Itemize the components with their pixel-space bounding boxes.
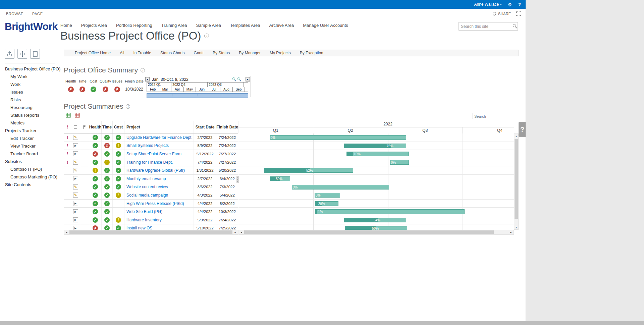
notes-icon[interactable] bbox=[30, 49, 40, 59]
gantt-horizontal-scrollbar[interactable] bbox=[238, 230, 514, 235]
project-link[interactable]: Social media campaign bbox=[126, 193, 168, 198]
flag-cell[interactable] bbox=[80, 142, 89, 150]
sidebar-item[interactable]: Status Reports bbox=[0, 111, 61, 119]
scroll-down-icon[interactable] bbox=[514, 225, 518, 229]
table-row[interactable]: !▶✗✓✓Setup SharePoint Server Farm5/12/20… bbox=[64, 150, 238, 158]
gantt-bar[interactable]: 52% bbox=[264, 168, 353, 173]
gantt-bar[interactable]: 50% bbox=[270, 176, 290, 181]
view-tab[interactable]: Gantt bbox=[194, 51, 204, 55]
view-tab[interactable]: By Status bbox=[213, 51, 230, 55]
view-tab[interactable]: My Projects bbox=[270, 51, 291, 55]
info-icon[interactable] bbox=[126, 104, 130, 109]
sidebar-item[interactable]: Resourcing bbox=[0, 104, 61, 111]
focus-mode-icon[interactable] bbox=[516, 11, 521, 16]
project-link[interactable]: Website content review bbox=[126, 184, 168, 189]
project-link[interactable]: Setup SharePoint Server Farm bbox=[126, 152, 181, 156]
table-row[interactable]: ▶✗✓✓Install new OS5/10/20227/25/2022 bbox=[64, 224, 238, 230]
scrollbar-thumb[interactable] bbox=[69, 230, 232, 234]
summaries-search-input[interactable] bbox=[473, 114, 515, 119]
gantt-bar[interactable]: 54% bbox=[344, 218, 407, 222]
project-link[interactable]: Small Systems Projects bbox=[126, 143, 169, 148]
brightwork-logo[interactable]: BrightWork bbox=[5, 21, 58, 32]
search-icon[interactable] bbox=[513, 24, 517, 29]
flag-cell[interactable] bbox=[80, 166, 89, 174]
help-tab[interactable]: ? bbox=[519, 122, 526, 137]
top-nav-item[interactable]: Templates Area bbox=[230, 23, 260, 28]
gantt-bar[interactable]: 0% bbox=[390, 160, 409, 165]
scrollbar-thumb[interactable] bbox=[244, 230, 494, 234]
table-row[interactable]: ▶✓✓High Wire Press Release (PStd)4/4/202… bbox=[64, 200, 238, 208]
ribbon-tab-page[interactable]: PAGE bbox=[32, 12, 43, 16]
flag-cell[interactable] bbox=[80, 224, 89, 230]
project-link[interactable]: Install new OS bbox=[126, 226, 152, 230]
flag-cell[interactable] bbox=[80, 158, 89, 166]
sidebar-item[interactable]: Metrics bbox=[0, 119, 61, 127]
flag-cell[interactable] bbox=[80, 200, 89, 208]
top-nav-item[interactable]: Projects Area bbox=[81, 23, 107, 28]
sidebar-item[interactable]: Contoso Marketing (PO) bbox=[0, 173, 61, 181]
flag-cell[interactable] bbox=[80, 191, 89, 199]
play-icon[interactable]: ▶ bbox=[73, 217, 78, 222]
project-link[interactable]: Hardware Inventory bbox=[126, 218, 162, 222]
project-link[interactable]: Web Site Build (PG) bbox=[126, 209, 162, 214]
edit-icon[interactable]: ✎ bbox=[73, 168, 78, 173]
project-link[interactable]: High Wire Press Release (PStd) bbox=[126, 201, 184, 206]
table-row[interactable]: !✎✓!✓Training for Finance Dept.7/4/20227… bbox=[64, 158, 238, 167]
gantt-bar[interactable]: 29% bbox=[315, 201, 338, 206]
suite-help-icon[interactable]: ? bbox=[518, 2, 521, 7]
column-header-project[interactable]: Project bbox=[124, 121, 194, 133]
edit-icon[interactable]: ✎ bbox=[73, 135, 78, 140]
view-tab[interactable]: By Manager bbox=[239, 51, 261, 55]
move-icon[interactable] bbox=[17, 49, 27, 59]
report-export-icon[interactable] bbox=[75, 113, 80, 118]
sidebar-item[interactable]: My Work bbox=[0, 73, 61, 80]
table-row[interactable]: ✎✓✓!Social media campaign4/3/20225/4/202… bbox=[64, 191, 238, 200]
column-header-alert[interactable]: ! bbox=[64, 121, 71, 133]
play-icon[interactable]: ▶ bbox=[73, 176, 78, 181]
table-row[interactable]: ▶✓✓✓Monthly email revamp2/7/20223/4/2022 bbox=[64, 175, 238, 183]
info-icon[interactable] bbox=[204, 34, 209, 38]
gear-icon[interactable]: ⚙ bbox=[508, 2, 512, 7]
sidebar-group-label[interactable]: Projects Tracker bbox=[0, 127, 61, 134]
ribbon-tab-browse[interactable]: BROWSE bbox=[6, 12, 23, 16]
gantt-bar[interactable]: 0% bbox=[315, 193, 340, 198]
edit-icon[interactable]: ✎ bbox=[73, 184, 78, 189]
share-button[interactable]: SHARE bbox=[492, 12, 511, 16]
scroll-right-icon[interactable] bbox=[233, 230, 238, 234]
flag-cell[interactable] bbox=[80, 183, 89, 191]
table-row[interactable]: !✎✓✓✓Upgrade Hardware for Finance Dept.2… bbox=[64, 133, 238, 142]
table-row[interactable]: ▶✓✓!Hardware Inventory5/9/20227/24/2022 bbox=[64, 216, 238, 224]
sidebar-item[interactable]: Risks bbox=[0, 96, 61, 104]
gantt-bar[interactable]: 75% bbox=[344, 144, 407, 148]
flag-cell[interactable] bbox=[80, 133, 89, 142]
project-link[interactable]: Hardware Upgrade Global (PStr) bbox=[126, 168, 185, 173]
sidebar-group-label[interactable]: Business Project Office (PO) bbox=[0, 65, 61, 73]
play-icon[interactable]: ▶ bbox=[73, 209, 78, 214]
top-nav-item[interactable]: Archive Area bbox=[269, 23, 294, 28]
timeline-next-button[interactable] bbox=[246, 77, 250, 82]
view-tab[interactable]: All bbox=[120, 51, 124, 55]
sidebar-group-label[interactable]: Subsites bbox=[0, 158, 61, 165]
site-search-input[interactable] bbox=[461, 24, 513, 29]
gantt-bar[interactable]: 50% bbox=[345, 226, 407, 230]
zoom-in-icon[interactable] bbox=[232, 77, 236, 81]
view-tab[interactable]: In Trouble bbox=[133, 51, 151, 55]
play-icon[interactable]: ▶ bbox=[73, 151, 78, 156]
sidebar-item[interactable]: View Tracker bbox=[0, 142, 61, 150]
sidebar-item[interactable]: Edit Tracker bbox=[0, 134, 61, 142]
scroll-left-icon[interactable] bbox=[64, 230, 69, 234]
project-link[interactable]: Upgrade Hardware for Finance Dept. bbox=[126, 135, 193, 140]
flag-cell[interactable] bbox=[80, 216, 89, 224]
table-row[interactable]: ▶✓✓Web Site Build (PG)4/4/202210/3/2022 bbox=[64, 208, 238, 216]
promote-icon[interactable] bbox=[5, 49, 14, 59]
user-menu[interactable]: Anne Wallace▾ bbox=[474, 2, 501, 7]
view-tab[interactable]: By Exception bbox=[300, 51, 323, 55]
top-nav-item[interactable]: Sample Area bbox=[196, 23, 221, 28]
play-icon[interactable]: ▶ bbox=[73, 143, 78, 148]
scrollbar-thumb[interactable] bbox=[515, 139, 518, 219]
gantt-bar[interactable]: 0% bbox=[292, 185, 389, 189]
sidebar-group-label[interactable]: Site Contents bbox=[0, 181, 61, 188]
column-header-start-date[interactable]: Start Date bbox=[194, 121, 216, 133]
column-splitter-handle[interactable] bbox=[236, 176, 239, 183]
flag-cell[interactable] bbox=[80, 175, 89, 183]
